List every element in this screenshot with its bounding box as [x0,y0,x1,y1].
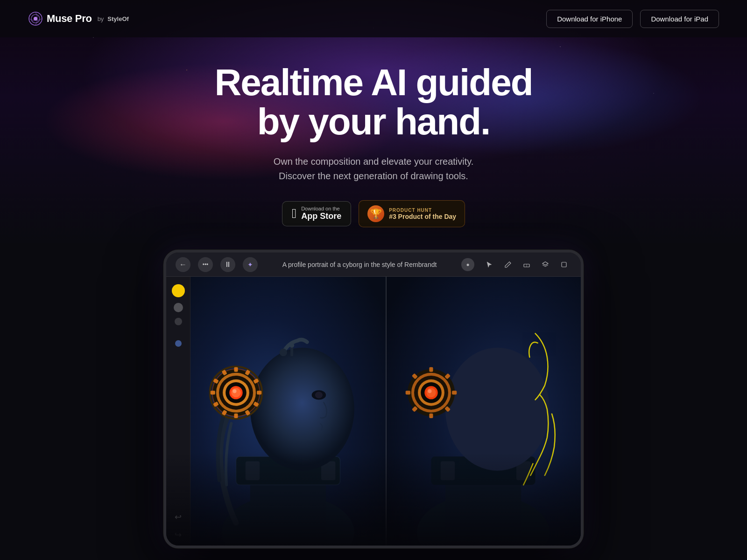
canvas-divider [386,277,387,548]
cursor-tool[interactable] [482,257,497,272]
svg-rect-10 [246,461,260,480]
logo-name: Muse Pro [47,13,92,25]
svg-point-2 [34,17,37,21]
hero-subtitle-line2: Discover the next generation of drawing … [279,171,468,181]
svg-rect-8 [250,476,326,548]
svg-rect-61 [406,391,410,394]
producthunt-button[interactable]: 🏆 PRODUCT HUNT #3 Product of the Day [359,200,465,227]
svg-point-12 [250,348,354,471]
nav-buttons: Download for iPhone Download for iPad [546,10,719,28]
svg-point-37 [280,349,287,356]
svg-rect-55 [429,367,433,372]
svg-rect-38 [290,347,293,356]
layers-tool[interactable] [538,257,553,272]
producthunt-text: PRODUCT HUNT #3 Product of the Day [389,208,456,220]
svg-rect-5 [562,262,566,267]
hero-subtitle-line1: Own the composition and elevate your cre… [274,156,474,167]
canvas-left [190,277,386,548]
appstore-button[interactable]:  Download on the App Store [282,201,351,227]
svg-point-53 [426,388,436,397]
tablet-frame: ← ••• ⏸ ✦ A profile portrait of a cyborg… [163,250,584,548]
pen-tool[interactable] [500,257,515,272]
eraser-tool[interactable] [519,257,534,272]
sparkle-button[interactable]: ✦ [243,257,258,272]
svg-point-23 [233,389,236,393]
svg-point-22 [231,388,240,397]
undo-button[interactable]: ↩ [175,512,182,522]
logo-area: Muse Pro by StyleOf [28,11,129,26]
pause-button[interactable]: ⏸ [220,257,235,272]
color-dot-gray-2[interactable] [175,318,182,325]
color-dot-blue[interactable] [175,340,182,347]
svg-rect-57 [452,391,457,394]
apple-icon:  [292,206,296,221]
logo-brand: StyleOf [107,15,129,22]
producthunt-label: PRODUCT HUNT [389,208,432,213]
hero-section: Realtime AI guided by your hand. Own the… [0,37,747,227]
color-dot-gray-1[interactable] [174,303,183,312]
svg-point-54 [428,389,431,393]
logo-icon [28,11,43,26]
appstore-text: Download on the App Store [301,206,341,222]
canvas-main [190,277,581,548]
svg-rect-42 [445,476,521,548]
tablet-topbar: ← ••• ⏸ ✦ A profile portrait of a cyborg… [166,252,581,277]
producthunt-award: #3 Product of the Day [389,213,456,220]
producthunt-badge-icon: 🏆 [367,205,384,222]
download-iphone-button[interactable]: Download for iPhone [546,10,633,28]
logo-by: by [98,15,104,22]
navbar: Muse Pro by StyleOf Download for iPhone … [0,0,747,37]
tablet-wrapper: ← ••• ⏸ ✦ A profile portrait of a cyborg… [0,250,747,548]
side-toolbar: ↩ ↪ [166,277,190,548]
canvas-tools [482,257,571,272]
hero-subtitle: Own the composition and elevate your cre… [0,154,747,183]
cta-buttons:  Download on the App Store 🏆 PRODUCT HU… [0,200,747,227]
prompt-text: A profile portrait of a cyborg in the st… [265,261,454,268]
svg-point-39 [289,343,294,348]
back-button[interactable]: ← [176,257,190,272]
appstore-label-large: App Store [301,211,341,222]
more-button[interactable]: ••• [198,257,213,272]
prompt-status[interactable]: ● [461,258,474,271]
hero-title-line2: by your hand. [257,101,490,142]
hero-title: Realtime AI guided by your hand. [0,63,747,141]
color-dot-yellow[interactable] [172,284,185,297]
canvas-right [386,277,581,548]
redo-button[interactable]: ↪ [175,530,182,540]
svg-rect-44 [441,461,455,480]
tablet-canvas: ↩ ↪ [166,277,581,548]
download-ipad-button[interactable]: Download for iPad [640,10,719,28]
crop-tool[interactable] [557,257,571,272]
svg-point-46 [445,348,550,471]
svg-rect-59 [429,413,433,418]
appstore-label-small: Download on the [301,206,340,211]
svg-point-14 [315,392,323,398]
hero-title-line1: Realtime AI guided [214,62,532,103]
